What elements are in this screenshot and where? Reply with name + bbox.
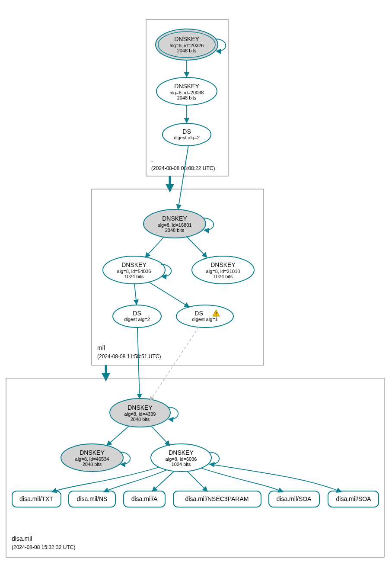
edge-milzsk1-milds1 — [134, 284, 137, 305]
svg-text:2048 bits: 2048 bits — [131, 417, 150, 422]
svg-text:DNSKEY: DNSKEY — [174, 35, 199, 42]
edge-rootds-milksk — [178, 145, 188, 209]
svg-text:digest alg=1: digest alg=1 — [192, 317, 218, 322]
svg-text:2048 bits: 2048 bits — [165, 228, 185, 233]
edge-disaksk-disakey2 — [107, 426, 129, 446]
record-soa2: disa.mil/SOA — [328, 491, 379, 507]
node-mil-zsk1: DNSKEY alg=8, id=54036 1024 bits — [103, 256, 165, 284]
svg-text:DNSKEY: DNSKEY — [80, 449, 105, 456]
svg-text:disa.mil/NS: disa.mil/NS — [77, 495, 108, 502]
node-mil-ksk: DNSKEY alg=8, id=16801 2048 bits — [143, 209, 206, 238]
edge-milzsk1-milds2 — [148, 282, 189, 307]
svg-text:alg=8, id=54036: alg=8, id=54036 — [117, 269, 151, 274]
edge-zsk-txt — [52, 467, 159, 492]
record-ns: disa.mil/NS — [69, 491, 115, 507]
svg-text:alg=8, id=21018: alg=8, id=21018 — [206, 269, 240, 274]
node-disa-key2: DNSKEY alg=8, id=46534 2048 bits — [61, 444, 123, 472]
svg-point-27 — [176, 305, 233, 328]
svg-rect-30 — [216, 312, 217, 314]
svg-text:DNSKEY: DNSKEY — [210, 261, 236, 268]
edge-zsk-nsec3 — [187, 471, 207, 491]
svg-text:DNSKEY: DNSKEY — [127, 404, 153, 411]
svg-text:disa.mil/SOA: disa.mil/SOA — [336, 495, 372, 502]
svg-rect-31 — [216, 315, 217, 316]
edge-milds2-disaksk — [150, 327, 199, 401]
edge-zsk-soa1 — [201, 468, 283, 492]
edge-zsk-soa2 — [208, 464, 341, 492]
node-disa-ksk: DNSKEY alg=8, id=4339 2048 bits — [110, 398, 170, 427]
node-mil-zsk2: DNSKEY alg=8, id=21018 1024 bits — [192, 256, 254, 284]
svg-text:digest alg=2: digest alg=2 — [174, 135, 200, 140]
zone-root-ts: (2024-08-08 08:08:22 UTC) — [151, 165, 215, 171]
svg-text:2048 bits: 2048 bits — [83, 462, 102, 467]
edge-zsk-ns — [104, 470, 167, 492]
edge-milksk-milzsk1 — [145, 237, 164, 257]
svg-text:digest alg=2: digest alg=2 — [124, 317, 150, 322]
svg-text:disa.mil/TXT: disa.mil/TXT — [19, 495, 53, 502]
svg-text:alg=8, id=6036: alg=8, id=6036 — [166, 456, 197, 462]
svg-text:disa.mil/A: disa.mil/A — [131, 495, 158, 502]
svg-text:2048 bits: 2048 bits — [177, 48, 197, 53]
svg-text:DNSKEY: DNSKEY — [162, 215, 187, 222]
zone-root-label: . — [151, 156, 153, 163]
dnssec-graph: . (2024-08-08 08:08:22 UTC) DNSKEY alg=8… — [0, 0, 392, 562]
zone-disa-label: disa.mil — [12, 535, 32, 542]
svg-text:alg=8, id=4339: alg=8, id=4339 — [124, 411, 156, 417]
record-soa1: disa.mil/SOA — [269, 491, 319, 507]
svg-text:DS: DS — [133, 310, 141, 317]
svg-text:1024 bits: 1024 bits — [172, 462, 191, 467]
zone-mil-label: mil — [97, 344, 105, 351]
svg-text:DS: DS — [194, 310, 203, 317]
svg-text:disa.mil/SOA: disa.mil/SOA — [277, 495, 312, 502]
svg-text:DNSKEY: DNSKEY — [121, 261, 147, 268]
edge-milds1-disaksk — [137, 328, 140, 398]
node-root-ds: DS digest alg=2 — [163, 123, 211, 146]
svg-text:DS: DS — [182, 128, 191, 135]
svg-text:alg=8, id=20326: alg=8, id=20326 — [170, 43, 204, 48]
node-mil-ds2: DS digest alg=1 — [176, 305, 233, 328]
svg-text:1024 bits: 1024 bits — [214, 274, 233, 279]
record-txt: disa.mil/TXT — [12, 491, 61, 507]
svg-text:alg=8, id=20038: alg=8, id=20038 — [170, 90, 204, 95]
svg-text:disa.mil/NSEC3PARAM: disa.mil/NSEC3PARAM — [185, 495, 249, 502]
svg-text:DNSKEY: DNSKEY — [169, 449, 194, 456]
node-root-ksk: DNSKEY alg=8, id=20326 2048 bits — [156, 29, 218, 60]
record-a: disa.mil/A — [124, 491, 165, 507]
edge-disaksk-disazsk — [151, 426, 170, 446]
svg-text:alg=8, id=16801: alg=8, id=16801 — [158, 222, 192, 228]
zone-disa-ts: (2024-08-08 15:32:32 UTC) — [12, 544, 75, 550]
node-mil-ds1: DS digest alg=2 — [113, 305, 161, 328]
record-nsec3: disa.mil/NSEC3PARAM — [173, 491, 261, 507]
zone-mil-ts: (2024-08-08 11:58:51 UTC) — [97, 353, 161, 360]
svg-text:DNSKEY: DNSKEY — [174, 83, 199, 90]
node-root-zsk: DNSKEY alg=8, id=20038 2048 bits — [156, 77, 217, 105]
node-disa-zsk: DNSKEY alg=8, id=6036 1024 bits — [151, 444, 211, 472]
svg-text:alg=8, id=46534: alg=8, id=46534 — [75, 456, 109, 462]
svg-text:2048 bits: 2048 bits — [177, 95, 197, 100]
edge-milksk-milzsk2 — [186, 236, 207, 257]
svg-text:1024 bits: 1024 bits — [124, 274, 144, 279]
